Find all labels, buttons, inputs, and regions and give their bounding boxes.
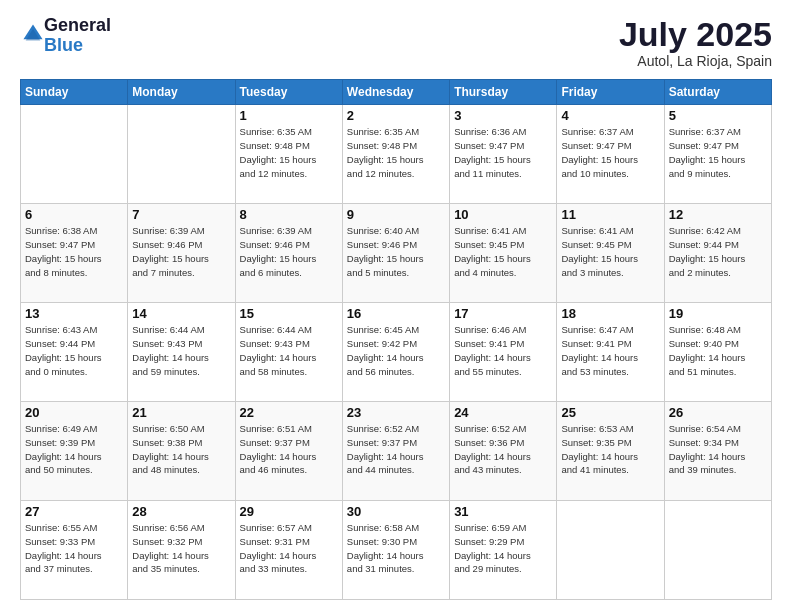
calendar-cell: 12Sunrise: 6:42 AM Sunset: 9:44 PM Dayli…	[664, 204, 771, 303]
day-number: 11	[561, 207, 659, 222]
location: Autol, La Rioja, Spain	[619, 53, 772, 69]
day-number: 31	[454, 504, 552, 519]
calendar-cell: 23Sunrise: 6:52 AM Sunset: 9:37 PM Dayli…	[342, 402, 449, 501]
logo-general: General	[44, 16, 111, 36]
day-info: Sunrise: 6:45 AM Sunset: 9:42 PM Dayligh…	[347, 323, 445, 378]
calendar-week-1: 1Sunrise: 6:35 AM Sunset: 9:48 PM Daylig…	[21, 105, 772, 204]
calendar-cell: 8Sunrise: 6:39 AM Sunset: 9:46 PM Daylig…	[235, 204, 342, 303]
day-info: Sunrise: 6:47 AM Sunset: 9:41 PM Dayligh…	[561, 323, 659, 378]
calendar-cell: 4Sunrise: 6:37 AM Sunset: 9:47 PM Daylig…	[557, 105, 664, 204]
day-number: 10	[454, 207, 552, 222]
calendar-cell	[664, 501, 771, 600]
calendar-cell: 19Sunrise: 6:48 AM Sunset: 9:40 PM Dayli…	[664, 303, 771, 402]
calendar-table: SundayMondayTuesdayWednesdayThursdayFrid…	[20, 79, 772, 600]
logo-text: General Blue	[44, 16, 111, 56]
day-info: Sunrise: 6:55 AM Sunset: 9:33 PM Dayligh…	[25, 521, 123, 576]
day-number: 3	[454, 108, 552, 123]
day-info: Sunrise: 6:44 AM Sunset: 9:43 PM Dayligh…	[240, 323, 338, 378]
day-info: Sunrise: 6:39 AM Sunset: 9:46 PM Dayligh…	[240, 224, 338, 279]
title-block: July 2025 Autol, La Rioja, Spain	[619, 16, 772, 69]
day-number: 30	[347, 504, 445, 519]
header: General Blue July 2025 Autol, La Rioja, …	[20, 16, 772, 69]
day-number: 28	[132, 504, 230, 519]
day-number: 19	[669, 306, 767, 321]
day-header-wednesday: Wednesday	[342, 80, 449, 105]
calendar-cell: 15Sunrise: 6:44 AM Sunset: 9:43 PM Dayli…	[235, 303, 342, 402]
calendar-cell	[21, 105, 128, 204]
day-info: Sunrise: 6:48 AM Sunset: 9:40 PM Dayligh…	[669, 323, 767, 378]
day-info: Sunrise: 6:43 AM Sunset: 9:44 PM Dayligh…	[25, 323, 123, 378]
day-number: 14	[132, 306, 230, 321]
month-title: July 2025	[619, 16, 772, 53]
logo-icon	[22, 23, 44, 45]
day-header-tuesday: Tuesday	[235, 80, 342, 105]
day-number: 4	[561, 108, 659, 123]
calendar-cell: 13Sunrise: 6:43 AM Sunset: 9:44 PM Dayli…	[21, 303, 128, 402]
calendar-cell: 18Sunrise: 6:47 AM Sunset: 9:41 PM Dayli…	[557, 303, 664, 402]
day-number: 15	[240, 306, 338, 321]
logo-blue-text: Blue	[44, 36, 111, 56]
day-number: 8	[240, 207, 338, 222]
page: General Blue July 2025 Autol, La Rioja, …	[0, 0, 792, 612]
day-info: Sunrise: 6:56 AM Sunset: 9:32 PM Dayligh…	[132, 521, 230, 576]
day-info: Sunrise: 6:35 AM Sunset: 9:48 PM Dayligh…	[347, 125, 445, 180]
day-info: Sunrise: 6:36 AM Sunset: 9:47 PM Dayligh…	[454, 125, 552, 180]
day-number: 26	[669, 405, 767, 420]
calendar-cell	[557, 501, 664, 600]
calendar-cell: 3Sunrise: 6:36 AM Sunset: 9:47 PM Daylig…	[450, 105, 557, 204]
day-number: 18	[561, 306, 659, 321]
day-info: Sunrise: 6:51 AM Sunset: 9:37 PM Dayligh…	[240, 422, 338, 477]
day-number: 29	[240, 504, 338, 519]
logo: General Blue	[20, 16, 111, 56]
day-header-saturday: Saturday	[664, 80, 771, 105]
day-number: 20	[25, 405, 123, 420]
calendar-cell: 25Sunrise: 6:53 AM Sunset: 9:35 PM Dayli…	[557, 402, 664, 501]
day-number: 9	[347, 207, 445, 222]
calendar-cell: 10Sunrise: 6:41 AM Sunset: 9:45 PM Dayli…	[450, 204, 557, 303]
day-number: 5	[669, 108, 767, 123]
calendar-cell: 6Sunrise: 6:38 AM Sunset: 9:47 PM Daylig…	[21, 204, 128, 303]
day-number: 13	[25, 306, 123, 321]
calendar-cell: 17Sunrise: 6:46 AM Sunset: 9:41 PM Dayli…	[450, 303, 557, 402]
day-number: 24	[454, 405, 552, 420]
calendar-header-row: SundayMondayTuesdayWednesdayThursdayFrid…	[21, 80, 772, 105]
day-number: 23	[347, 405, 445, 420]
calendar-cell: 14Sunrise: 6:44 AM Sunset: 9:43 PM Dayli…	[128, 303, 235, 402]
day-info: Sunrise: 6:52 AM Sunset: 9:37 PM Dayligh…	[347, 422, 445, 477]
day-number: 16	[347, 306, 445, 321]
day-header-friday: Friday	[557, 80, 664, 105]
calendar-cell: 31Sunrise: 6:59 AM Sunset: 9:29 PM Dayli…	[450, 501, 557, 600]
day-info: Sunrise: 6:37 AM Sunset: 9:47 PM Dayligh…	[561, 125, 659, 180]
calendar-cell: 30Sunrise: 6:58 AM Sunset: 9:30 PM Dayli…	[342, 501, 449, 600]
day-info: Sunrise: 6:54 AM Sunset: 9:34 PM Dayligh…	[669, 422, 767, 477]
calendar-cell: 20Sunrise: 6:49 AM Sunset: 9:39 PM Dayli…	[21, 402, 128, 501]
day-header-thursday: Thursday	[450, 80, 557, 105]
day-info: Sunrise: 6:37 AM Sunset: 9:47 PM Dayligh…	[669, 125, 767, 180]
day-number: 27	[25, 504, 123, 519]
day-number: 21	[132, 405, 230, 420]
calendar-cell: 7Sunrise: 6:39 AM Sunset: 9:46 PM Daylig…	[128, 204, 235, 303]
day-info: Sunrise: 6:59 AM Sunset: 9:29 PM Dayligh…	[454, 521, 552, 576]
day-info: Sunrise: 6:40 AM Sunset: 9:46 PM Dayligh…	[347, 224, 445, 279]
calendar-cell: 9Sunrise: 6:40 AM Sunset: 9:46 PM Daylig…	[342, 204, 449, 303]
calendar-cell: 5Sunrise: 6:37 AM Sunset: 9:47 PM Daylig…	[664, 105, 771, 204]
day-info: Sunrise: 6:38 AM Sunset: 9:47 PM Dayligh…	[25, 224, 123, 279]
day-header-monday: Monday	[128, 80, 235, 105]
day-number: 12	[669, 207, 767, 222]
calendar-cell	[128, 105, 235, 204]
day-number: 7	[132, 207, 230, 222]
day-info: Sunrise: 6:49 AM Sunset: 9:39 PM Dayligh…	[25, 422, 123, 477]
day-info: Sunrise: 6:42 AM Sunset: 9:44 PM Dayligh…	[669, 224, 767, 279]
calendar-cell: 11Sunrise: 6:41 AM Sunset: 9:45 PM Dayli…	[557, 204, 664, 303]
day-info: Sunrise: 6:50 AM Sunset: 9:38 PM Dayligh…	[132, 422, 230, 477]
day-number: 1	[240, 108, 338, 123]
calendar-cell: 1Sunrise: 6:35 AM Sunset: 9:48 PM Daylig…	[235, 105, 342, 204]
day-info: Sunrise: 6:41 AM Sunset: 9:45 PM Dayligh…	[454, 224, 552, 279]
day-info: Sunrise: 6:53 AM Sunset: 9:35 PM Dayligh…	[561, 422, 659, 477]
calendar-cell: 28Sunrise: 6:56 AM Sunset: 9:32 PM Dayli…	[128, 501, 235, 600]
calendar-cell: 24Sunrise: 6:52 AM Sunset: 9:36 PM Dayli…	[450, 402, 557, 501]
calendar-cell: 29Sunrise: 6:57 AM Sunset: 9:31 PM Dayli…	[235, 501, 342, 600]
day-info: Sunrise: 6:46 AM Sunset: 9:41 PM Dayligh…	[454, 323, 552, 378]
calendar-cell: 2Sunrise: 6:35 AM Sunset: 9:48 PM Daylig…	[342, 105, 449, 204]
day-info: Sunrise: 6:35 AM Sunset: 9:48 PM Dayligh…	[240, 125, 338, 180]
